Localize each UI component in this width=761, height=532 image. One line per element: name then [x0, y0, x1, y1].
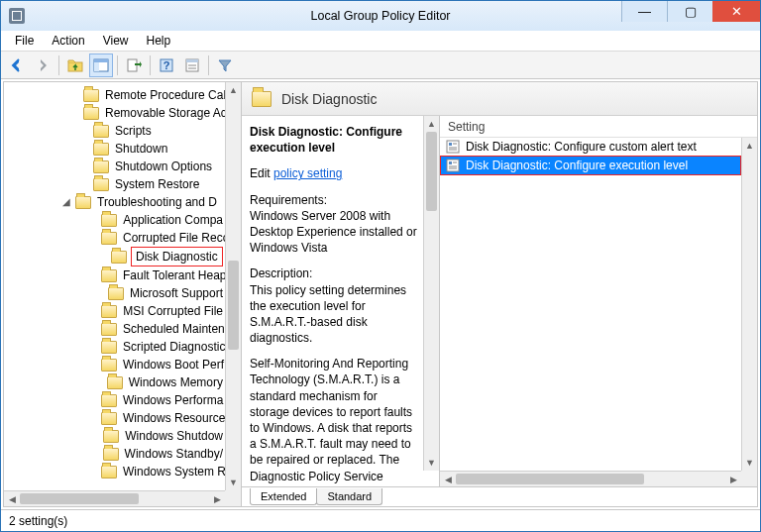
- edit-policy-link[interactable]: policy setting: [273, 166, 342, 180]
- svg-rect-3: [94, 62, 99, 71]
- folder-icon: [83, 89, 99, 102]
- setting-row[interactable]: Disk Diagnostic: Configure custom alert …: [440, 138, 741, 156]
- svg-rect-17: [449, 161, 452, 164]
- tree-node-expanded[interactable]: ◢Troubleshooting and D: [61, 193, 225, 211]
- content-columns: Disk Diagnostic: Configure execution lev…: [242, 116, 757, 486]
- maximize-button[interactable]: ▢: [667, 1, 712, 22]
- tree-node[interactable]: Windows Memory: [97, 373, 225, 391]
- toolbar-separator: [117, 55, 118, 75]
- up-folder-button[interactable]: [63, 53, 87, 77]
- list-vertical-scrollbar[interactable]: ▲ ▼: [741, 138, 757, 471]
- body-split: Remote Procedure Cal Removable Storage A…: [3, 81, 758, 507]
- setting-row[interactable]: Disk Diagnostic: Configure execution lev…: [440, 156, 741, 175]
- folder-icon: [83, 107, 99, 120]
- menu-action[interactable]: Action: [44, 32, 92, 50]
- tree-node-label: Fault Tolerant Heap: [121, 266, 225, 284]
- folder-icon: [101, 214, 117, 227]
- tree-node-label: Corrupted File Reco: [121, 229, 225, 247]
- right-pane: Disk Diagnostic Disk Diagnostic: Configu…: [242, 82, 757, 506]
- folder-icon: [252, 91, 272, 107]
- tree-node[interactable]: Scheduled Mainten: [97, 320, 225, 338]
- svg-rect-11: [447, 141, 459, 153]
- status-text: 2 setting(s): [9, 514, 67, 528]
- minimize-button[interactable]: —: [621, 1, 667, 22]
- tab-extended[interactable]: Extended: [250, 488, 317, 505]
- setting-label: Disk Diagnostic: Configure execution lev…: [466, 159, 688, 172]
- properties-button[interactable]: [180, 53, 204, 77]
- window-title: Local Group Policy Editor: [310, 9, 450, 23]
- svg-rect-12: [449, 143, 452, 146]
- statusbar: 2 setting(s): [1, 509, 760, 531]
- tree-node-label: Scripted Diagnostic: [121, 338, 225, 356]
- tree-node-label: Application Compa: [121, 211, 225, 229]
- menu-view[interactable]: View: [95, 32, 137, 50]
- folder-icon: [101, 232, 117, 245]
- tree-node[interactable]: Shutdown Options: [79, 158, 225, 175]
- back-button[interactable]: [5, 53, 29, 77]
- tree-node-label: Windows Resource: [121, 409, 225, 427]
- column-header-setting[interactable]: Setting: [440, 116, 757, 138]
- export-button[interactable]: [122, 53, 146, 77]
- tree-node[interactable]: Shutdown: [79, 140, 225, 158]
- tree-pane: Remote Procedure Cal Removable Storage A…: [4, 82, 242, 506]
- filter-button[interactable]: [213, 53, 237, 77]
- tree-vertical-scrollbar[interactable]: ▲ ▼: [225, 82, 241, 490]
- requirements-label: Requirements:: [250, 192, 417, 208]
- help-button[interactable]: ?: [155, 53, 178, 77]
- content-title: Disk Diagnostic: [281, 91, 377, 107]
- tree-node[interactable]: Remote Procedure Cal: [79, 86, 225, 104]
- close-button[interactable]: ✕: [712, 1, 760, 22]
- tree-node[interactable]: Microsoft Support: [97, 284, 225, 302]
- description-pane: Disk Diagnostic: Configure execution lev…: [242, 116, 440, 486]
- tree-node[interactable]: System Restore: [79, 175, 225, 193]
- tree-node[interactable]: MSI Corrupted File: [97, 302, 225, 320]
- tree-node[interactable]: Scripted Diagnostic: [97, 338, 225, 356]
- list-horizontal-scrollbar[interactable]: ◀ ▶: [440, 471, 741, 486]
- tree-node[interactable]: Windows Performa: [97, 391, 225, 409]
- tree-node-label: Windows Standby/: [123, 445, 225, 463]
- folder-icon: [108, 287, 124, 300]
- tab-standard[interactable]: Standard: [316, 488, 382, 505]
- toolbar-separator: [150, 55, 151, 75]
- tree-node-label: Scheduled Mainten: [121, 320, 225, 338]
- tree-node[interactable]: Windows Boot Perf: [97, 356, 225, 373]
- tree-node-label: Microsoft Support: [128, 284, 225, 302]
- folder-icon: [93, 125, 109, 138]
- menu-help[interactable]: Help: [139, 32, 179, 50]
- description-vertical-scrollbar[interactable]: ▲ ▼: [423, 116, 439, 471]
- tree-node[interactable]: Windows System R: [97, 463, 225, 480]
- policy-icon: [446, 140, 460, 154]
- view-tabs: Extended Standard: [242, 486, 757, 506]
- svg-text:?: ?: [163, 59, 170, 71]
- tree-node[interactable]: Fault Tolerant Heap: [97, 266, 225, 284]
- tree-node[interactable]: Windows Shutdow: [97, 427, 225, 445]
- folder-icon: [101, 341, 117, 354]
- menubar: File Action View Help: [1, 31, 760, 52]
- tree-node[interactable]: Windows Standby/: [97, 445, 225, 463]
- scroll-corner: [741, 471, 757, 486]
- tree-node[interactable]: Disk Diagnostic: [97, 247, 225, 266]
- show-hide-tree-button[interactable]: [89, 53, 113, 77]
- tree-horizontal-scrollbar[interactable]: ◀ ▶: [4, 490, 225, 506]
- folder-icon: [103, 448, 119, 461]
- tree-node[interactable]: Corrupted File Reco: [97, 229, 225, 247]
- svg-rect-16: [447, 160, 459, 171]
- toolbar-separator: [58, 55, 59, 75]
- tree-node[interactable]: Windows Resource: [97, 409, 225, 427]
- description-label: Description:: [250, 266, 417, 281]
- folder-icon: [103, 430, 119, 443]
- tree-node[interactable]: Scripts: [79, 122, 225, 140]
- description-paragraph: Self-Monitoring And Reporting Technology…: [250, 356, 417, 486]
- tree-node-label: MSI Corrupted File: [121, 302, 225, 320]
- folder-icon: [111, 251, 127, 264]
- folder-icon: [101, 412, 117, 425]
- svg-rect-8: [186, 59, 198, 62]
- menu-file[interactable]: File: [7, 32, 42, 50]
- app-icon: [9, 8, 25, 24]
- folder-icon: [93, 143, 109, 156]
- tree-node[interactable]: Removable Storage Ac: [79, 104, 225, 122]
- tree-node[interactable]: Application Compa: [97, 211, 225, 229]
- tree-node-label: Windows Boot Perf: [121, 356, 225, 373]
- tree-scroll[interactable]: Remote Procedure Cal Removable Storage A…: [4, 82, 225, 490]
- forward-button[interactable]: [31, 53, 54, 77]
